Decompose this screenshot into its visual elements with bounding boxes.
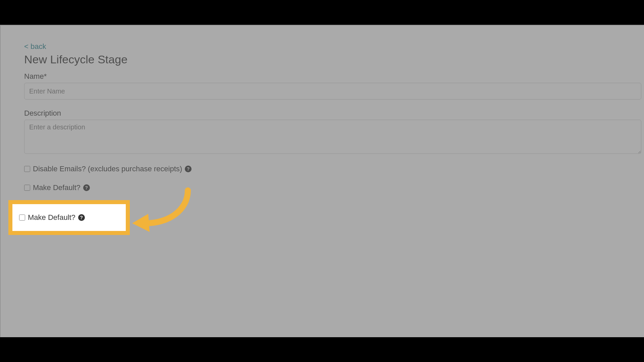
help-icon[interactable]: ? <box>185 166 192 172</box>
page-title: New Lifecycle Stage <box>24 53 644 66</box>
highlight-make-default-checkbox[interactable] <box>19 215 25 221</box>
description-input[interactable] <box>24 120 641 154</box>
help-icon[interactable]: ? <box>83 184 90 191</box>
make-default-checkbox[interactable] <box>24 185 30 191</box>
help-icon[interactable]: ? <box>78 214 85 221</box>
disable-emails-checkbox[interactable] <box>24 166 30 172</box>
disable-emails-row: Disable Emails? (excludes purchase recei… <box>24 165 644 173</box>
highlight-make-default: Make Default? ? <box>8 200 130 235</box>
name-input[interactable] <box>24 83 641 100</box>
letterbox-top <box>0 0 644 25</box>
back-link[interactable]: < back <box>24 42 46 51</box>
description-label: Description <box>24 109 644 118</box>
disable-emails-label: Disable Emails? (excludes purchase recei… <box>33 165 182 173</box>
letterbox-bottom <box>0 337 644 362</box>
name-label: Name* <box>24 72 644 81</box>
make-default-label: Make Default? <box>33 183 80 192</box>
highlight-make-default-label: Make Default? <box>28 213 75 222</box>
make-default-row: Make Default? ? <box>24 183 644 192</box>
form-panel: < back New Lifecycle Stage Name* Descrip… <box>0 25 644 337</box>
form-content: < back New Lifecycle Stage Name* Descrip… <box>24 42 644 222</box>
